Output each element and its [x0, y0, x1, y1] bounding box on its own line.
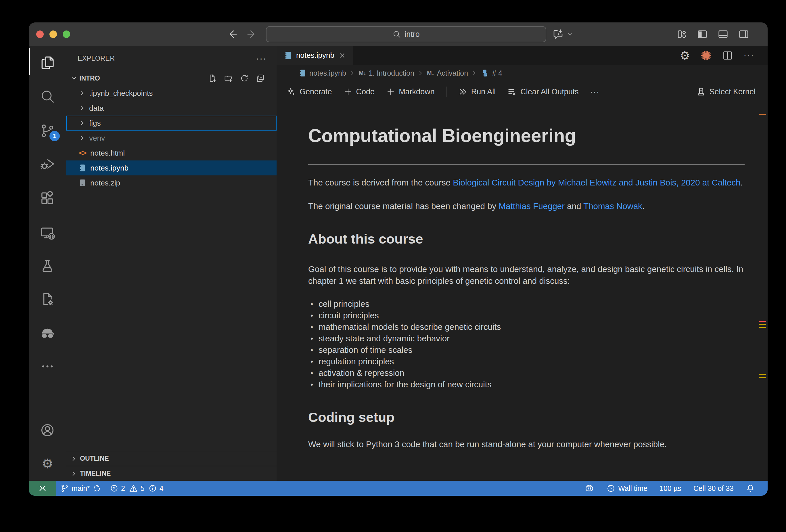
vscode-window: intro: [29, 22, 768, 496]
chevron-right-icon: [78, 119, 86, 127]
run-and-debug-icon[interactable]: [29, 149, 66, 179]
source-control-icon[interactable]: 1: [29, 116, 66, 146]
new-folder-icon[interactable]: [224, 74, 233, 83]
tree-item-data[interactable]: data: [66, 101, 277, 116]
course-link[interactable]: Biological Circuit Design by Michael Elo…: [453, 178, 740, 187]
list-item: their implications for the design of new…: [308, 379, 739, 390]
python-icon: [481, 69, 489, 77]
toggle-primary-sidebar-icon[interactable]: [697, 29, 708, 40]
settings-gear-icon[interactable]: ⚙: [29, 448, 66, 479]
course-topics-list: cell principles circuit principles mathe…: [308, 298, 745, 390]
testing-flask-icon[interactable]: [29, 251, 66, 281]
folder-section-header[interactable]: INTRO: [66, 71, 277, 86]
chevron-right-icon: [78, 105, 86, 112]
wall-time-status[interactable]: Wall time: [602, 484, 651, 493]
breadcrumb-section[interactable]: 1. Introduction: [369, 69, 414, 77]
tree-item-notes-zip[interactable]: notes.zip: [66, 176, 277, 190]
refresh-icon[interactable]: [240, 74, 249, 83]
accounts-icon[interactable]: [29, 415, 66, 445]
zip-file-icon: [78, 179, 87, 187]
list-item: steady state and dynamic behavior: [308, 333, 739, 344]
html-file-icon: <>: [78, 149, 87, 157]
breadcrumb-subsection[interactable]: Activation: [437, 69, 468, 77]
wall-time-value: 100 µs: [655, 484, 685, 493]
claude-starburst-icon[interactable]: [700, 50, 712, 61]
copilot-status-icon[interactable]: [580, 483, 598, 493]
timeline-section-header[interactable]: TIMELINE: [66, 466, 277, 481]
remote-explorer-icon[interactable]: [29, 218, 66, 248]
split-editor-icon[interactable]: [722, 50, 733, 61]
more-views-icon[interactable]: [29, 351, 66, 381]
problems-status[interactable]: 2 5 4: [106, 481, 169, 496]
explorer-files-icon[interactable]: [29, 48, 66, 78]
chevron-right-icon: [349, 70, 356, 76]
command-center-search[interactable]: intro: [266, 26, 546, 42]
customize-layout-icon[interactable]: [677, 29, 687, 39]
search-view-icon[interactable]: [29, 82, 66, 111]
notebook-file-icon: [78, 164, 87, 172]
clear-all-outputs-button[interactable]: Clear All Outputs: [507, 87, 579, 97]
titlebar: intro: [29, 22, 768, 46]
coding-setup-paragraph: We will stick to Python 3 code that can …: [308, 438, 745, 450]
notebook-settings-gear-icon[interactable]: ⚙: [679, 50, 690, 61]
add-markdown-cell-button[interactable]: Markdown: [386, 87, 435, 96]
editor-more-actions-icon[interactable]: ···: [743, 50, 754, 61]
ruler-mark: [759, 377, 766, 378]
tree-item-ipynb-checkpoints[interactable]: .ipynb_checkpoints: [66, 86, 277, 101]
select-kernel-button[interactable]: Select Kernel: [696, 87, 768, 97]
warning-icon: [129, 484, 138, 493]
generate-button[interactable]: Generate: [286, 87, 332, 97]
tree-item-notes-html[interactable]: <> notes.html: [66, 145, 277, 160]
cell-position-status[interactable]: Cell 30 of 33: [689, 484, 738, 493]
cmake-tools-icon[interactable]: [29, 284, 66, 314]
folder-section-label: INTRO: [79, 74, 100, 82]
minimize-window-button[interactable]: [49, 30, 57, 38]
tree-item-notes-ipynb[interactable]: notes.ipynb: [66, 160, 277, 176]
close-tab-icon[interactable]: [338, 52, 346, 59]
warning-count: 5: [141, 484, 145, 493]
markdown-cell-rendered: Computational Bioengineering The course …: [277, 122, 768, 450]
list-item: circuit principles: [308, 310, 739, 321]
tree-item-venv[interactable]: venv: [66, 131, 277, 145]
git-branch-status[interactable]: main*: [56, 481, 106, 496]
clock-history-icon: [606, 484, 616, 493]
breadcrumb-file[interactable]: notes.ipynb: [309, 69, 346, 77]
toggle-secondary-sidebar-icon[interactable]: [738, 29, 749, 40]
ruler-mark: [759, 114, 766, 115]
toolbar-divider: [446, 87, 446, 97]
zoom-window-button[interactable]: [63, 30, 70, 38]
close-window-button[interactable]: [36, 30, 44, 38]
add-code-cell-button[interactable]: Code: [344, 87, 375, 96]
new-file-icon[interactable]: [208, 74, 217, 83]
remote-indicator[interactable]: [29, 481, 56, 496]
forward-arrow-icon[interactable]: [246, 28, 258, 40]
explorer-sidebar: EXPLORER ··· INTRO: [66, 46, 277, 481]
collapse-folders-icon[interactable]: [256, 74, 265, 83]
tab-label: notes.ipynb: [296, 51, 334, 60]
chevron-down-icon[interactable]: [567, 30, 574, 38]
back-arrow-icon[interactable]: [227, 28, 238, 40]
notebook-more-actions-icon[interactable]: ···: [590, 87, 600, 96]
copilot-goggles-icon[interactable]: [29, 319, 66, 349]
matthias-fuegger-link[interactable]: Matthias Fuegger: [499, 201, 565, 211]
run-all-button[interactable]: Run All: [458, 87, 496, 97]
outline-section-header[interactable]: OUTLINE: [66, 451, 277, 466]
tree-item-figs[interactable]: figs: [66, 116, 277, 131]
toggle-panel-icon[interactable]: [718, 29, 729, 40]
explorer-more-actions-icon[interactable]: ···: [256, 53, 267, 64]
info-count: 4: [160, 484, 164, 493]
notebook-toolbar: Generate Code Markdown Run All Clea: [277, 82, 768, 102]
copilot-chat-icon[interactable]: [552, 28, 564, 40]
extensions-icon[interactable]: [29, 183, 66, 213]
coding-setup-heading: Coding setup: [308, 408, 745, 426]
breadcrumb-cell[interactable]: # 4: [492, 69, 502, 77]
tab-bar: notes.ipynb ⚙ ···: [277, 46, 768, 65]
course-goal-paragraph: Goal of this course is to provide you wi…: [308, 263, 745, 287]
chevron-right-icon: [417, 70, 424, 76]
notebook-file-icon: [299, 69, 306, 77]
notebook-scroll-area[interactable]: Computational Bioengineering The course …: [277, 102, 768, 481]
ruler-mark: [759, 327, 766, 328]
tab-notes-ipynb[interactable]: notes.ipynb: [277, 46, 353, 65]
thomas-nowak-link[interactable]: Thomas Nowak: [583, 201, 642, 211]
notifications-bell-icon[interactable]: [742, 484, 759, 493]
